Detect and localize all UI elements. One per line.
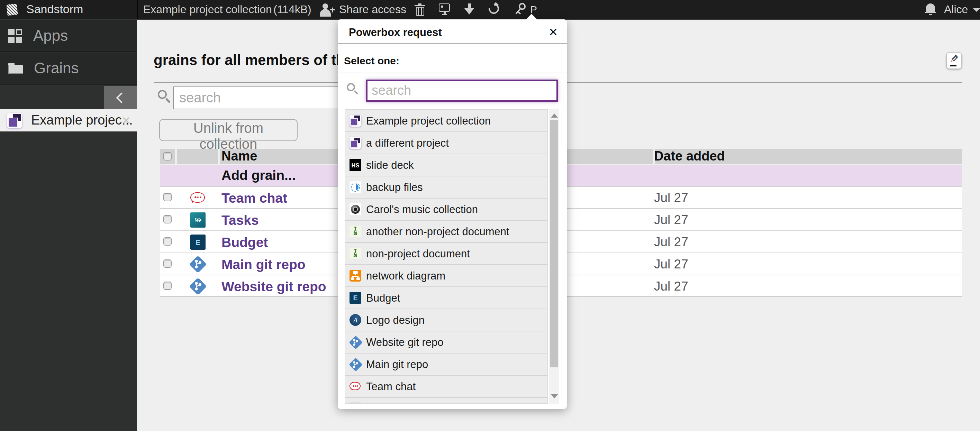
scroll-down-icon[interactable] — [550, 394, 557, 399]
speaker-icon — [350, 204, 361, 215]
grains-folder-icon — [8, 63, 23, 74]
grain-date-added: Jul 27 — [654, 187, 688, 209]
powerbox-option-label: Carol's music collection — [366, 203, 478, 215]
row-checkbox[interactable] — [163, 237, 172, 246]
grain-date-added: Jul 27 — [654, 253, 688, 275]
row-checkbox[interactable] — [163, 282, 172, 290]
grain-name-link[interactable]: Website git repo — [221, 275, 326, 297]
powerbox-option-label: network diagram — [366, 269, 445, 282]
powerbox-option[interactable]: another non-project document — [345, 221, 547, 243]
trash-icon[interactable] — [415, 3, 425, 16]
grain-date-added: Jul 27 — [654, 231, 688, 253]
search-icon — [158, 90, 171, 103]
edit-title-button[interactable]: ✎ — [946, 52, 962, 69]
powerbox-option[interactable]: Example project collection — [345, 110, 547, 132]
powerbox-option-label: backup files — [366, 181, 423, 193]
user-dropdown-caret-icon[interactable] — [973, 8, 980, 12]
powerbox-option[interactable]: non-project document — [345, 243, 547, 265]
chevron-left-icon — [116, 92, 127, 103]
date-added-column-header[interactable]: Date added — [654, 149, 725, 164]
apps-grid-icon — [8, 29, 22, 43]
sidebar-open-grain[interactable]: Example projec... ✕ — [0, 109, 137, 132]
popup-divider — [338, 43, 567, 44]
etherpad-tower-icon — [350, 226, 361, 237]
powerbox-popup: Powerbox request ✕ Select one: Example p… — [338, 19, 567, 409]
powerbox-option-list: Example project collectiona different pr… — [345, 109, 548, 404]
powerbox-option[interactable]: Website git repo — [345, 331, 547, 353]
share-access-button[interactable]: Share access — [339, 0, 406, 19]
diagram-icon — [350, 270, 361, 282]
grain-name-link[interactable]: Main git repo — [221, 253, 305, 275]
rocketchat-icon — [350, 380, 361, 392]
powerbox-option-label: non-project document — [366, 247, 470, 260]
powerbox-option-label: another non-project document — [366, 225, 509, 238]
rocketchat-icon — [190, 190, 205, 205]
git-icon — [350, 336, 361, 348]
row-checkbox[interactable] — [163, 259, 172, 268]
grain-date-added: Jul 27 — [654, 275, 688, 297]
backup-app-icon — [350, 181, 361, 193]
popup-caret-icon — [525, 14, 538, 20]
powerbox-option[interactable]: We — [345, 398, 547, 404]
powerbox-option-label: Website git repo — [366, 336, 443, 348]
powerbox-option-label: Budget — [366, 292, 400, 304]
logo-app-icon: A — [350, 314, 361, 326]
row-app-icon-slot: E — [190, 235, 205, 250]
notification-bell-icon[interactable] — [924, 3, 936, 15]
powerbox-option-label: slide deck — [366, 159, 414, 171]
grain-size: (114kB) — [274, 0, 312, 19]
unlink-from-collection-button[interactable]: Unlink from collection — [159, 119, 298, 141]
popup-close-icon[interactable]: ✕ — [549, 25, 558, 39]
pencil-icon: ✎ — [950, 52, 958, 65]
row-app-icon-slot — [190, 190, 205, 205]
sidebar: Apps Grains Example projec... ✕ — [0, 20, 137, 431]
download-backup-icon[interactable] — [465, 3, 475, 15]
powerbox-option[interactable]: Carol's music collection — [345, 199, 547, 221]
sidebar-item-apps[interactable]: Apps — [0, 20, 137, 52]
powerbox-option-label: Main git repo — [366, 358, 428, 371]
grain-title: Example project collection — [143, 0, 272, 19]
grain-name-link[interactable]: Team chat — [221, 187, 287, 209]
open-grain-label: Example projec... — [31, 113, 133, 128]
etherpad-tower-icon — [350, 248, 361, 259]
powerbox-option[interactable]: backup files — [345, 177, 547, 199]
powerbox-option[interactable]: a different project — [345, 132, 547, 154]
powerbox-option[interactable]: Team chat — [345, 376, 547, 398]
powerbox-option-label: Example project collection — [366, 115, 491, 127]
user-menu[interactable]: Alice — [944, 0, 968, 19]
sidebar-item-grains[interactable]: Grains — [0, 52, 137, 85]
topbar-divider — [137, 0, 138, 19]
debug-log-icon[interactable] — [439, 3, 450, 15]
powerbox-option-label: a different project — [366, 137, 449, 149]
restart-icon[interactable] — [488, 3, 500, 15]
popup-scrollbar[interactable] — [549, 109, 559, 404]
sidebar-grains-label: Grains — [34, 59, 79, 78]
grain-name-link[interactable]: Tasks — [221, 209, 259, 231]
git-icon — [190, 279, 205, 294]
sandstorm-logo-icon[interactable] — [6, 4, 18, 16]
powerbox-option[interactable]: EBudget — [345, 287, 547, 309]
row-checkbox[interactable] — [163, 193, 172, 201]
collection-icon — [350, 115, 361, 127]
sidebar-strip — [0, 86, 137, 109]
sidebar-collapse-button[interactable] — [104, 86, 137, 109]
popup-prompt: Select one: — [344, 55, 399, 67]
row-checkbox[interactable] — [163, 215, 172, 223]
row-app-icon-slot — [190, 279, 205, 294]
row-app-icon-slot: We — [190, 212, 205, 227]
app-name[interactable]: Sandstorm — [26, 0, 83, 19]
scrollbar-thumb[interactable] — [550, 120, 558, 367]
powerbox-option[interactable]: Main git repo — [345, 353, 547, 376]
powerbox-option[interactable]: network diagram — [345, 265, 547, 287]
wekan-icon: We — [350, 402, 361, 404]
name-column-header[interactable]: Name — [221, 149, 258, 164]
share-person-icon[interactable]: + — [320, 3, 335, 17]
select-all-checkbox[interactable] — [163, 152, 172, 161]
grain-name-link[interactable]: Budget — [221, 231, 268, 253]
popup-search-input[interactable] — [366, 80, 558, 102]
scroll-up-icon[interactable] — [550, 113, 557, 118]
close-grain-icon[interactable]: ✕ — [121, 114, 131, 127]
add-grain-label: Add grain... — [221, 165, 296, 186]
powerbox-option[interactable]: ALogo design — [345, 309, 547, 331]
powerbox-option[interactable]: HSslide deck — [345, 154, 547, 177]
